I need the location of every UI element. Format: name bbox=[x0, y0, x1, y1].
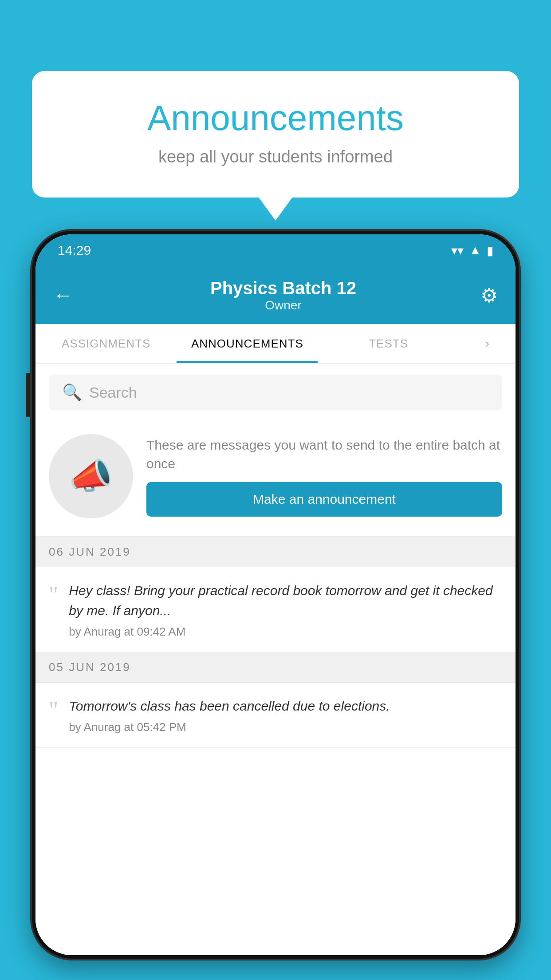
settings-button[interactable]: ⚙ bbox=[480, 284, 498, 307]
phone-device: 14:29 ▾▾ ▲ ▮ ← Physics Batch 12 Owner ⚙ bbox=[32, 231, 519, 959]
announcement-meta-1: by Anurag at 09:42 AM bbox=[69, 625, 502, 639]
date-separator-2: 05 JUN 2019 bbox=[35, 652, 516, 683]
search-bar[interactable]: 🔍 Search bbox=[49, 375, 502, 410]
phone-screen: 14:29 ▾▾ ▲ ▮ ← Physics Batch 12 Owner ⚙ bbox=[35, 234, 516, 955]
promo-right: These are messages you want to send to t… bbox=[146, 436, 502, 517]
tab-more[interactable]: › bbox=[459, 324, 516, 363]
date-separator-1: 06 JUN 2019 bbox=[35, 537, 516, 567]
speech-bubble: Announcements keep all your students inf… bbox=[32, 71, 519, 198]
announcement-body-1: Hey class! Bring your practical record b… bbox=[69, 581, 502, 639]
tab-tests[interactable]: TESTS bbox=[318, 324, 459, 363]
tab-assignments[interactable]: ASSIGNMENTS bbox=[35, 324, 177, 363]
tab-announcements[interactable]: ANNOUNCEMENTS bbox=[177, 324, 318, 363]
make-announcement-button[interactable]: Make an announcement bbox=[146, 482, 502, 517]
megaphone-icon: 📣 bbox=[69, 455, 113, 497]
quote-icon-1: " bbox=[49, 583, 58, 606]
bubble-title: Announcements bbox=[67, 98, 484, 138]
promo-icon-circle: 📣 bbox=[49, 434, 133, 518]
app-bar-subtitle: Owner bbox=[86, 298, 480, 312]
signal-icon: ▲ bbox=[469, 243, 481, 257]
promo-area: 📣 These are messages you want to send to… bbox=[35, 421, 516, 537]
announcement-body-2: Tomorrow's class has been cancelled due … bbox=[69, 696, 502, 734]
announcement-text-2: Tomorrow's class has been cancelled due … bbox=[69, 696, 502, 716]
quote-icon-2: " bbox=[49, 699, 58, 722]
status-icons: ▾▾ ▲ ▮ bbox=[451, 243, 493, 258]
app-bar: ← Physics Batch 12 Owner ⚙ bbox=[35, 266, 516, 324]
speech-bubble-wrapper: Announcements keep all your students inf… bbox=[32, 71, 519, 198]
search-icon: 🔍 bbox=[62, 383, 82, 402]
status-time: 14:29 bbox=[58, 243, 91, 258]
promo-description: These are messages you want to send to t… bbox=[146, 436, 502, 473]
tab-bar: ASSIGNMENTS ANNOUNCEMENTS TESTS › bbox=[35, 324, 516, 364]
wifi-icon: ▾▾ bbox=[451, 243, 464, 258]
announcement-text-1: Hey class! Bring your practical record b… bbox=[69, 581, 502, 620]
phone-content: 🔍 Search 📣 These are messages you want t… bbox=[35, 364, 516, 955]
announcement-item-1[interactable]: " Hey class! Bring your practical record… bbox=[35, 567, 516, 652]
battery-icon: ▮ bbox=[487, 243, 493, 258]
app-bar-title-section: Physics Batch 12 Owner bbox=[86, 278, 480, 312]
app-bar-title: Physics Batch 12 bbox=[86, 278, 480, 298]
announcement-item-2[interactable]: " Tomorrow's class has been cancelled du… bbox=[35, 683, 516, 748]
search-container: 🔍 Search bbox=[35, 364, 516, 421]
search-placeholder: Search bbox=[89, 384, 137, 401]
bubble-subtitle: keep all your students informed bbox=[67, 147, 484, 166]
back-button[interactable]: ← bbox=[53, 284, 73, 306]
status-bar: 14:29 ▾▾ ▲ ▮ bbox=[35, 234, 516, 266]
announcement-meta-2: by Anurag at 05:42 PM bbox=[69, 720, 502, 734]
phone-wrapper: 14:29 ▾▾ ▲ ▮ ← Physics Batch 12 Owner ⚙ bbox=[32, 231, 519, 980]
